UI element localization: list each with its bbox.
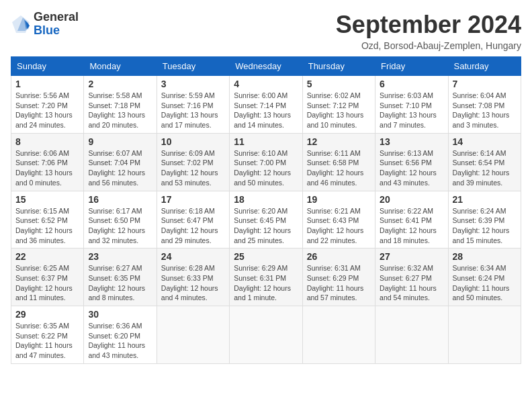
- day-info: Sunrise: 6:02 AMSunset: 7:12 PMDaylight:…: [307, 91, 364, 129]
- calendar-cell-8: 8Sunrise: 6:06 AMSunset: 7:06 PMDaylight…: [11, 133, 84, 191]
- calendar-cell-26: 26Sunrise: 6:31 AMSunset: 6:29 PMDayligh…: [302, 248, 375, 306]
- calendar-cell-5: 5Sunrise: 6:02 AMSunset: 7:12 PMDaylight…: [302, 76, 375, 134]
- day-number: 13: [380, 136, 443, 147]
- day-info: Sunrise: 6:00 AMSunset: 7:14 PMDaylight:…: [234, 91, 291, 129]
- day-number: 21: [453, 194, 517, 205]
- title-block: September 2024 Ozd, Borsod-Abauj-Zemplen…: [336, 11, 521, 51]
- calendar-cell-29: 29Sunrise: 6:35 AMSunset: 6:22 PMDayligh…: [11, 306, 84, 364]
- day-number: 18: [234, 194, 298, 205]
- day-number: 6: [380, 79, 443, 89]
- day-number: 16: [88, 194, 152, 205]
- day-info: Sunrise: 6:18 AMSunset: 6:47 PMDaylight:…: [161, 207, 218, 244]
- calendar-cell-empty: [448, 306, 521, 364]
- calendar-cell-empty: [375, 306, 448, 364]
- day-info: Sunrise: 6:35 AMSunset: 6:22 PMDaylight:…: [15, 322, 73, 359]
- day-number: 5: [307, 79, 371, 89]
- day-number: 24: [161, 251, 225, 262]
- calendar-cell-14: 14Sunrise: 6:14 AMSunset: 6:54 PMDayligh…: [448, 133, 521, 191]
- calendar-cell-3: 3Sunrise: 5:59 AMSunset: 7:16 PMDaylight…: [157, 76, 229, 134]
- page-header: General Blue September 2024 Ozd, Borsod-…: [11, 11, 521, 51]
- day-info: Sunrise: 6:27 AMSunset: 6:35 PMDaylight:…: [88, 264, 145, 302]
- day-number: 1: [15, 79, 79, 89]
- day-info: Sunrise: 5:59 AMSunset: 7:16 PMDaylight:…: [161, 91, 218, 129]
- day-info: Sunrise: 6:31 AMSunset: 6:29 PMDaylight:…: [307, 264, 364, 302]
- logo-icon: [11, 14, 31, 34]
- day-number: 10: [161, 136, 225, 147]
- day-info: Sunrise: 6:13 AMSunset: 6:56 PMDaylight:…: [380, 149, 437, 187]
- col-header-monday: Monday: [84, 57, 157, 76]
- day-info: Sunrise: 6:07 AMSunset: 7:04 PMDaylight:…: [88, 149, 145, 187]
- location-subtitle: Ozd, Borsod-Abauj-Zemplen, Hungary: [336, 40, 521, 51]
- day-number: 19: [307, 194, 371, 205]
- day-info: Sunrise: 6:36 AMSunset: 6:20 PMDaylight:…: [88, 322, 145, 359]
- calendar-cell-10: 10Sunrise: 6:09 AMSunset: 7:02 PMDayligh…: [157, 133, 229, 191]
- day-number: 3: [161, 79, 225, 89]
- calendar-cell-19: 19Sunrise: 6:21 AMSunset: 6:43 PMDayligh…: [302, 191, 375, 248]
- day-info: Sunrise: 6:24 AMSunset: 6:39 PMDaylight:…: [453, 207, 510, 244]
- day-number: 15: [15, 194, 79, 205]
- calendar-cell-12: 12Sunrise: 6:11 AMSunset: 6:58 PMDayligh…: [302, 133, 375, 191]
- day-info: Sunrise: 6:28 AMSunset: 6:33 PMDaylight:…: [161, 264, 218, 302]
- col-header-sunday: Sunday: [11, 57, 84, 76]
- day-info: Sunrise: 6:15 AMSunset: 6:52 PMDaylight:…: [15, 207, 73, 244]
- day-number: 14: [453, 136, 517, 147]
- calendar-cell-7: 7Sunrise: 6:04 AMSunset: 7:08 PMDaylight…: [448, 76, 521, 134]
- calendar-cell-1: 1Sunrise: 5:56 AMSunset: 7:20 PMDaylight…: [11, 76, 84, 134]
- calendar-cell-empty: [302, 306, 375, 364]
- calendar-cell-13: 13Sunrise: 6:13 AMSunset: 6:56 PMDayligh…: [375, 133, 448, 191]
- calendar-header-row: Sunday Monday Tuesday Wednesday Thursday…: [11, 57, 521, 76]
- day-number: 25: [234, 251, 298, 262]
- calendar-cell-2: 2Sunrise: 5:58 AMSunset: 7:18 PMDaylight…: [84, 76, 157, 134]
- day-number: 23: [88, 251, 152, 262]
- day-number: 7: [453, 79, 517, 89]
- day-info: Sunrise: 6:32 AMSunset: 6:27 PMDaylight:…: [380, 264, 437, 302]
- day-info: Sunrise: 6:25 AMSunset: 6:37 PMDaylight:…: [15, 264, 73, 302]
- day-number: 22: [15, 251, 79, 262]
- calendar-cell-28: 28Sunrise: 6:34 AMSunset: 6:24 PMDayligh…: [448, 248, 521, 306]
- day-info: Sunrise: 6:14 AMSunset: 6:54 PMDaylight:…: [453, 149, 510, 187]
- calendar-cell-20: 20Sunrise: 6:22 AMSunset: 6:41 PMDayligh…: [375, 191, 448, 248]
- calendar-cell-6: 6Sunrise: 6:03 AMSunset: 7:10 PMDaylight…: [375, 76, 448, 134]
- day-number: 29: [15, 309, 79, 320]
- day-info: Sunrise: 6:10 AMSunset: 7:00 PMDaylight:…: [234, 149, 291, 187]
- col-header-saturday: Saturday: [448, 57, 521, 76]
- calendar-cell-22: 22Sunrise: 6:25 AMSunset: 6:37 PMDayligh…: [11, 248, 84, 306]
- calendar-cell-24: 24Sunrise: 6:28 AMSunset: 6:33 PMDayligh…: [157, 248, 229, 306]
- day-number: 30: [88, 309, 152, 320]
- day-info: Sunrise: 6:09 AMSunset: 7:02 PMDaylight:…: [161, 149, 218, 187]
- logo-blue-text: Blue: [34, 24, 79, 38]
- calendar-cell-18: 18Sunrise: 6:20 AMSunset: 6:45 PMDayligh…: [230, 191, 302, 248]
- calendar-cell-15: 15Sunrise: 6:15 AMSunset: 6:52 PMDayligh…: [11, 191, 84, 248]
- calendar-cell-9: 9Sunrise: 6:07 AMSunset: 7:04 PMDaylight…: [84, 133, 157, 191]
- day-info: Sunrise: 6:21 AMSunset: 6:43 PMDaylight:…: [307, 207, 364, 244]
- calendar-cell-17: 17Sunrise: 6:18 AMSunset: 6:47 PMDayligh…: [157, 191, 229, 248]
- calendar-cell-30: 30Sunrise: 6:36 AMSunset: 6:20 PMDayligh…: [84, 306, 157, 364]
- day-info: Sunrise: 6:20 AMSunset: 6:45 PMDaylight:…: [234, 207, 291, 244]
- calendar-cell-25: 25Sunrise: 6:29 AMSunset: 6:31 PMDayligh…: [230, 248, 302, 306]
- day-info: Sunrise: 5:58 AMSunset: 7:18 PMDaylight:…: [88, 91, 145, 129]
- day-number: 9: [88, 136, 152, 147]
- day-number: 26: [307, 251, 371, 262]
- day-number: 11: [234, 136, 298, 147]
- calendar-cell-empty: [230, 306, 302, 364]
- col-header-wednesday: Wednesday: [230, 57, 302, 76]
- logo: General Blue: [11, 11, 79, 38]
- day-number: 28: [453, 251, 517, 262]
- day-number: 20: [380, 194, 443, 205]
- day-info: Sunrise: 6:11 AMSunset: 6:58 PMDaylight:…: [307, 149, 364, 187]
- calendar-cell-23: 23Sunrise: 6:27 AMSunset: 6:35 PMDayligh…: [84, 248, 157, 306]
- day-info: Sunrise: 5:56 AMSunset: 7:20 PMDaylight:…: [15, 91, 73, 129]
- day-info: Sunrise: 6:29 AMSunset: 6:31 PMDaylight:…: [234, 264, 291, 302]
- calendar-cell-27: 27Sunrise: 6:32 AMSunset: 6:27 PMDayligh…: [375, 248, 448, 306]
- day-info: Sunrise: 6:34 AMSunset: 6:24 PMDaylight:…: [453, 264, 510, 302]
- month-title: September 2024: [336, 11, 521, 39]
- day-info: Sunrise: 6:06 AMSunset: 7:06 PMDaylight:…: [15, 149, 73, 187]
- day-number: 17: [161, 194, 225, 205]
- calendar-table: Sunday Monday Tuesday Wednesday Thursday…: [11, 56, 521, 364]
- logo-general-text: General: [34, 11, 79, 24]
- day-info: Sunrise: 6:22 AMSunset: 6:41 PMDaylight:…: [380, 207, 437, 244]
- day-info: Sunrise: 6:17 AMSunset: 6:50 PMDaylight:…: [88, 207, 145, 244]
- calendar-cell-empty: [157, 306, 229, 364]
- day-info: Sunrise: 6:04 AMSunset: 7:08 PMDaylight:…: [453, 91, 510, 129]
- col-header-thursday: Thursday: [302, 57, 375, 76]
